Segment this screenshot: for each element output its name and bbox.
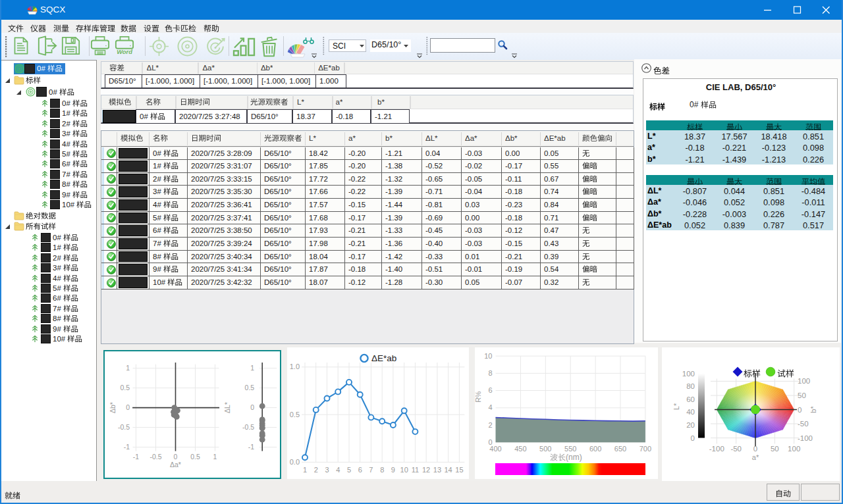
svg-text:-50: -50 [730,445,742,453]
svg-text:-1: -1 [124,443,130,451]
svg-text:Δa*: Δa* [170,461,181,468]
svg-text:550: 550 [564,445,576,453]
svg-text:0: 0 [798,406,802,414]
svg-text:100: 100 [798,377,810,385]
svg-text:ΔL*: ΔL* [223,402,231,413]
svg-text:0.5: 0.5 [290,411,300,418]
svg-text:-0.5: -0.5 [118,423,130,431]
svg-text:a*: a* [752,453,759,461]
svg-text:Δb*: Δb* [109,402,117,413]
svg-text:15: 15 [455,466,463,474]
svg-text:11: 11 [412,466,419,474]
svg-text:-0.5: -0.5 [242,423,254,431]
svg-text:b*: b* [809,406,817,413]
svg-text:0.5: 0.5 [190,453,200,461]
svg-text:3: 3 [325,466,329,474]
svg-text:1: 1 [250,364,254,372]
svg-text:450: 450 [514,445,526,453]
svg-text:60: 60 [686,395,695,403]
svg-text:0: 0 [250,403,254,411]
svg-text:1: 1 [303,466,307,474]
svg-text:10: 10 [400,466,408,474]
svg-text:Word: Word [117,49,132,55]
svg-text:0: 0 [691,434,695,442]
svg-text:14: 14 [444,466,452,474]
svg-text:0: 0 [126,403,130,411]
svg-text:5: 5 [347,466,351,474]
svg-text:10: 10 [484,352,492,360]
svg-text:8: 8 [488,369,492,377]
svg-text:13: 13 [433,466,441,474]
svg-text:650: 650 [614,445,626,453]
svg-text:8: 8 [380,466,384,474]
svg-text:100: 100 [682,370,695,378]
svg-text:0.0: 0.0 [290,458,300,466]
svg-text:80: 80 [686,382,695,390]
svg-text:-1: -1 [133,453,139,461]
svg-text:500: 500 [539,445,551,453]
svg-text:1: 1 [126,364,130,372]
svg-text:R%: R% [475,391,482,403]
svg-text:1: 1 [213,453,217,461]
svg-text:-50: -50 [798,420,809,428]
svg-text:4: 4 [488,403,492,411]
svg-text:50: 50 [771,445,779,453]
svg-text:700: 700 [639,445,651,453]
svg-text:-1: -1 [248,443,254,451]
svg-text:-100: -100 [709,445,724,453]
svg-text:2: 2 [314,466,318,474]
svg-text:12: 12 [422,466,430,474]
svg-text:L*: L* [672,403,680,410]
svg-text:400: 400 [489,445,501,453]
svg-text:-0.5: -0.5 [150,453,161,461]
svg-text:7: 7 [369,466,373,474]
svg-text:4: 4 [336,466,340,474]
svg-text:100: 100 [788,445,800,453]
svg-text:0.5: 0.5 [245,384,255,391]
svg-text:600: 600 [589,445,601,453]
svg-text:1.0: 1.0 [290,363,300,370]
svg-text:-100: -100 [798,434,813,442]
svg-text:40: 40 [686,408,695,416]
svg-text:ΔE*ab: ΔE*ab [371,353,396,363]
svg-text:9: 9 [391,466,395,474]
svg-text:6: 6 [358,466,362,474]
svg-text:0: 0 [753,445,757,453]
svg-text:20: 20 [686,421,695,429]
svg-text:6: 6 [488,386,492,394]
svg-text:50: 50 [798,391,806,399]
svg-text:2: 2 [488,421,492,429]
svg-text:0: 0 [174,453,178,461]
svg-text:0.5: 0.5 [120,384,130,391]
